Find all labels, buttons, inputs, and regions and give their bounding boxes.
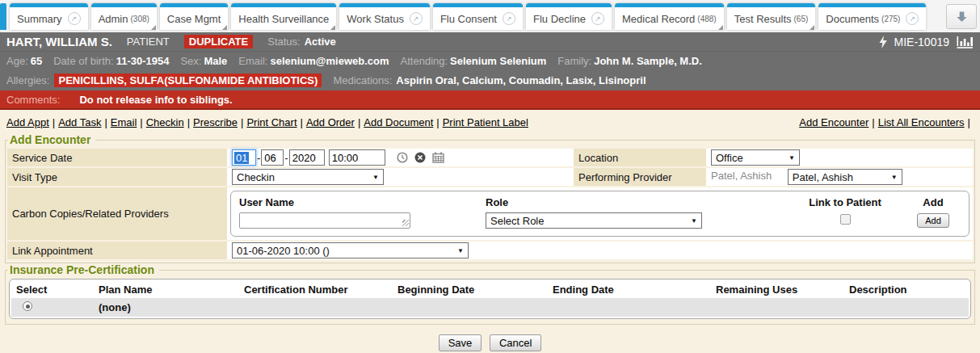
link-appointment-select[interactable]: 01-06-2020 10:00 () ▼ [232, 242, 469, 258]
tab-label: Medical Record [622, 13, 695, 25]
link-add-appt[interactable]: Add Appt [6, 116, 49, 128]
down-arrow-icon [956, 11, 968, 23]
link-separator: | [872, 116, 874, 128]
time-picker-clock-icon[interactable] [397, 152, 408, 163]
link-add-document[interactable]: Add Document [364, 116, 433, 128]
link-email[interactable]: Email [111, 116, 137, 128]
cc-header-user-name: User Name [239, 195, 486, 212]
service-date-day-input[interactable]: 01 [232, 149, 256, 166]
insurance-row-none: (none) [11, 298, 969, 317]
cc-header-role: Role [486, 195, 784, 212]
insurance-precert-title: Insurance Pre-Certification [8, 263, 159, 276]
tab-count: (488) [697, 15, 716, 23]
link-separator: | [301, 116, 303, 128]
tab-count: (65) [794, 15, 809, 23]
cc-add-button[interactable]: Add [917, 213, 949, 228]
add-encounter-section: Add Encounter Service Date 01 - - [5, 133, 975, 263]
link-separator: | [140, 116, 142, 128]
action-links-right: Add Encounter|List All Encounters| [799, 116, 974, 128]
link-list-all-encounters[interactable]: List All Encounters [878, 116, 965, 128]
tab-test-results[interactable]: Test Results (65) [727, 3, 816, 30]
insurance-table-wrap: Select Plan Name Certification Number Be… [9, 279, 971, 319]
comments-banner: Comments: Do not release info to sibling… [0, 90, 980, 110]
visit-type-label: Visit Type [7, 168, 227, 186]
link-print-chart[interactable]: Print Chart [246, 116, 297, 128]
link-separator: | [53, 116, 55, 128]
ins-header-plan-name: Plan Name [94, 281, 239, 298]
tab-work-status[interactable]: Work Status ↗ [339, 3, 430, 30]
link-checkin[interactable]: Checkin [146, 116, 184, 128]
status-value: Active [305, 36, 336, 48]
link-prescribe[interactable]: Prescribe [193, 116, 238, 128]
link-add-encounter[interactable]: Add Encounter [799, 116, 869, 128]
tab-admin[interactable]: Admin (308) [91, 3, 157, 30]
link-separator: | [187, 116, 190, 128]
bar-chart-icon[interactable] [957, 36, 974, 48]
cancel-button[interactable]: Cancel [490, 334, 541, 351]
cc-role-select[interactable]: Select Role ▼ [486, 212, 702, 229]
lightning-bolt-icon[interactable] [879, 36, 887, 48]
medications-label: Medications: [333, 74, 392, 86]
ins-header-remaining-uses: Remaining Uses [711, 281, 844, 298]
ins-header-ending-date: Ending Date [548, 281, 711, 298]
service-date-year-input[interactable] [289, 149, 325, 166]
demographic-family: Family:John M. Sample, M.D. [557, 55, 702, 67]
date-separator: - [257, 152, 260, 164]
carbon-copies-table: User Name Role Link to Patient Add [230, 191, 969, 237]
cc-header-add: Add [906, 195, 961, 212]
tab-label: Summary [17, 13, 62, 25]
external-link-icon: ↗ [503, 12, 515, 25]
link-print-patient-label[interactable]: Print Patient Label [443, 116, 528, 128]
allergies-label: Allergies: [6, 74, 49, 86]
ins-header-description: Description [844, 281, 969, 298]
tab-flu-consent[interactable]: Flu Consent ↗ [433, 3, 523, 30]
external-link-icon: ↗ [591, 12, 604, 25]
tab-summary[interactable]: Summary ↗ [10, 3, 88, 30]
patient-role: PATIENT [127, 36, 170, 48]
performing-provider-label: Performing Provider [574, 168, 706, 186]
tab-medical-record[interactable]: Medical Record (488) [615, 3, 724, 30]
duplicate-badge: DUPLICATE [184, 35, 253, 48]
dropdown-fold-icon [810, 25, 814, 30]
tab-health-surveillance[interactable]: Health Surveillance [231, 3, 336, 30]
form-footer: Save Cancel [0, 334, 980, 351]
tab-overflow-button[interactable] [946, 4, 977, 29]
service-date-label: Service Date [7, 149, 227, 166]
action-links-left: Add Appt|Add Task|Email|Checkin|Prescrib… [6, 116, 528, 128]
location-select[interactable]: Office ▼ [711, 149, 800, 166]
chevron-down-icon: ▼ [372, 174, 379, 181]
tab-case-mgmt[interactable]: Case Mgmt [160, 3, 228, 30]
calendar-picker-icon[interactable] [432, 152, 444, 163]
link-add-order[interactable]: Add Order [306, 116, 355, 128]
performing-provider-select[interactable]: Patel, Ashish ▼ [788, 169, 902, 185]
form-row-carbon-copies: Carbon Copies/Related Providers User Nam… [7, 187, 973, 240]
medications-value: Aspirin Oral, Calcium, Coumadin, Lasix, … [396, 74, 646, 86]
visit-type-select[interactable]: Checkin ▼ [232, 169, 384, 185]
cc-link-to-patient-checkbox[interactable] [840, 214, 851, 225]
tab-label: Documents [826, 13, 879, 25]
service-date-month-input[interactable] [261, 149, 284, 166]
tab-label: Flu Decline [533, 13, 586, 25]
clear-date-icon[interactable] [414, 152, 426, 163]
form-row-link-appointment: Link Appointment 01-06-2020 10:00 () ▼ [7, 242, 973, 259]
comments-value: Do not release info to siblings. [79, 94, 232, 106]
cc-user-name-input[interactable] [239, 212, 410, 229]
resize-grip-icon[interactable] [402, 220, 409, 226]
link-separator: | [241, 116, 243, 128]
service-time-input[interactable] [329, 149, 385, 166]
tab-count: (308) [130, 15, 149, 23]
partial-tab-stub[interactable] [0, 3, 6, 30]
tab-flu-decline[interactable]: Flu Decline ↗ [526, 3, 612, 30]
precert-none-radio[interactable] [23, 301, 32, 311]
demographic-sex: Sex:Male [180, 55, 227, 67]
save-button[interactable]: Save [439, 334, 482, 351]
allergies-alert-badge: PENICILLINS, SULFA(SULFONAMIDE ANTIBIOTI… [54, 74, 322, 87]
demographic-email: Email:selenium@mieweb.com [238, 55, 389, 67]
encounter-form-table: Service Date 01 - - [7, 147, 973, 261]
external-link-icon: ↗ [906, 12, 919, 25]
ins-header-beginning-date: Beginning Date [393, 281, 548, 298]
dropdown-fold-icon [222, 25, 227, 30]
link-add-task[interactable]: Add Task [58, 116, 101, 128]
chart-id: MIE-10019 [894, 36, 949, 48]
tab-documents[interactable]: Documents (275) ↗ [818, 3, 926, 30]
